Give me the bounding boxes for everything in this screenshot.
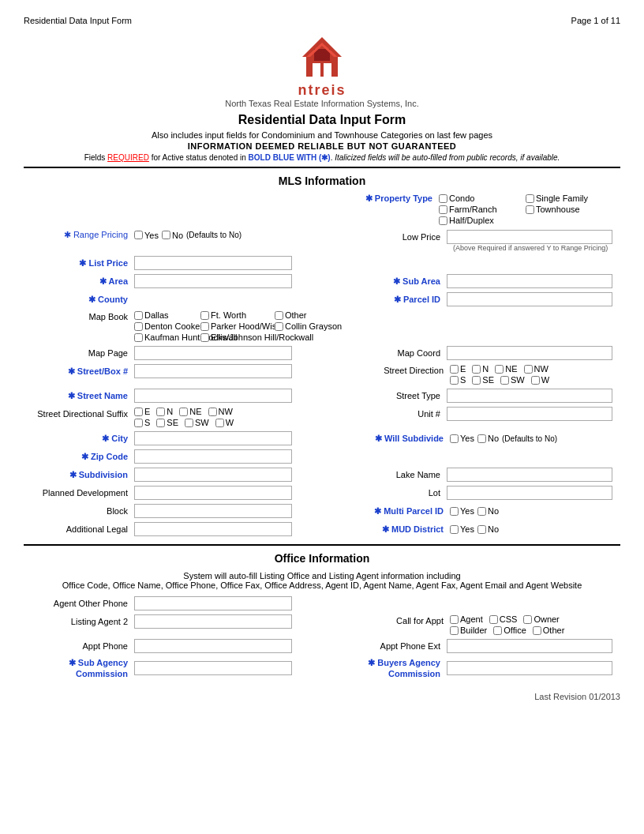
suf-s[interactable]: S — [134, 418, 150, 427]
parker-cb[interactable] — [200, 322, 209, 331]
call-agent[interactable]: Agent — [450, 614, 483, 624]
mapbook-ellis[interactable]: Ellis/Johnson Hill/Rockwall — [200, 332, 271, 342]
suf-w[interactable]: W — [215, 418, 234, 427]
mud-no[interactable]: No — [477, 524, 499, 534]
dir-sw-cb[interactable] — [500, 376, 509, 385]
suf-sw[interactable]: SW — [185, 418, 209, 427]
dir-s[interactable]: S — [450, 375, 466, 385]
planned-dev-input[interactable] — [134, 486, 292, 500]
map-coord-input[interactable] — [447, 346, 612, 360]
dir-n-cb[interactable] — [472, 365, 481, 374]
single-family-checkbox[interactable] — [526, 194, 534, 203]
dir-w-cb[interactable] — [531, 376, 540, 385]
suf-nw[interactable]: NW — [208, 407, 233, 416]
prop-townhouse[interactable]: Townhouse — [526, 205, 612, 214]
suf-ne-cb[interactable] — [179, 408, 188, 416]
suf-e-cb[interactable] — [134, 408, 143, 416]
dir-e-cb[interactable] — [450, 365, 459, 374]
area-input[interactable] — [134, 274, 292, 288]
mapbook-other[interactable]: Other — [275, 310, 330, 320]
call-css[interactable]: CSS — [489, 614, 518, 624]
dir-e[interactable]: E — [450, 364, 466, 374]
prop-farm-ranch[interactable]: Farm/Ranch — [439, 205, 526, 214]
subdiv-yes[interactable]: Yes — [450, 434, 474, 443]
range-yes[interactable]: Yes — [134, 231, 159, 240]
dir-sw[interactable]: SW — [500, 375, 525, 385]
call-css-cb[interactable] — [489, 615, 498, 624]
subdiv-no-cb[interactable] — [477, 434, 486, 443]
buyers-agency-input[interactable] — [447, 661, 612, 675]
zip-code-input[interactable] — [134, 449, 292, 464]
dir-w[interactable]: W — [531, 375, 549, 385]
call-builder[interactable]: Builder — [450, 626, 487, 635]
parcel-id-input[interactable] — [447, 292, 612, 306]
agent-other-phone-input[interactable] — [134, 596, 292, 610]
subdivision-input[interactable] — [134, 468, 292, 482]
mp-yes-cb[interactable] — [450, 507, 459, 516]
farm-ranch-checkbox[interactable] — [439, 205, 447, 214]
mud-yes[interactable]: Yes — [450, 524, 474, 534]
suf-e[interactable]: E — [134, 407, 150, 416]
mapbook-ftworth[interactable]: Ft. Worth — [200, 310, 271, 320]
low-price-input[interactable] — [447, 230, 612, 244]
mud-no-cb[interactable] — [477, 525, 486, 534]
appt-phone-ext-input[interactable] — [447, 639, 612, 653]
suf-w-cb[interactable] — [215, 419, 224, 427]
mapbook-parker[interactable]: Parker Hood/Wise — [200, 321, 271, 331]
sub-area-input[interactable] — [447, 274, 612, 288]
mud-yes-cb[interactable] — [450, 525, 459, 534]
mapbook-kaufman[interactable]: Kaufman Hunt Rockwall — [134, 332, 197, 342]
call-builder-cb[interactable] — [450, 626, 459, 635]
city-input[interactable] — [134, 431, 292, 445]
subdiv-yes-cb[interactable] — [450, 434, 459, 443]
half-duplex-checkbox[interactable] — [439, 216, 447, 225]
prop-condo[interactable]: Condo — [439, 193, 526, 203]
dallas-cb[interactable] — [134, 311, 143, 320]
call-other[interactable]: Other — [533, 626, 565, 635]
dir-nw-cb[interactable] — [524, 365, 533, 374]
block-input[interactable] — [134, 504, 292, 518]
unit-input[interactable] — [447, 407, 612, 421]
collin-cb[interactable] — [275, 322, 283, 331]
dir-ne[interactable]: NE — [495, 364, 517, 374]
street-box-input[interactable] — [134, 364, 292, 378]
list-price-input[interactable] — [134, 256, 292, 270]
prop-single-family[interactable]: Single Family — [526, 193, 612, 203]
denton-cb[interactable] — [134, 322, 143, 331]
suf-nw-cb[interactable] — [208, 408, 217, 416]
ftworth-cb[interactable] — [200, 311, 209, 320]
prop-half-duplex[interactable]: Half/Duplex — [439, 216, 526, 225]
suf-n[interactable]: N — [156, 407, 173, 416]
listing-agent2-input[interactable] — [134, 614, 292, 629]
map-page-input[interactable] — [134, 346, 292, 360]
townhouse-checkbox[interactable] — [526, 205, 534, 214]
suf-se-cb[interactable] — [156, 419, 165, 427]
mapbook-dallas[interactable]: Dallas — [134, 310, 197, 320]
subdiv-no[interactable]: No — [477, 434, 499, 443]
additional-legal-input[interactable] — [134, 522, 292, 536]
appt-phone-input[interactable] — [134, 639, 292, 653]
dir-s-cb[interactable] — [450, 376, 459, 385]
call-office-cb[interactable] — [493, 626, 502, 635]
dir-se-cb[interactable] — [472, 376, 481, 385]
suf-ne[interactable]: NE — [179, 407, 201, 416]
call-owner[interactable]: Owner — [523, 614, 559, 624]
mp-yes[interactable]: Yes — [450, 506, 474, 516]
call-owner-cb[interactable] — [523, 615, 532, 624]
street-name-input[interactable] — [134, 389, 292, 403]
condo-checkbox[interactable] — [439, 194, 447, 203]
lot-input[interactable] — [447, 486, 612, 500]
dir-n[interactable]: N — [472, 364, 489, 374]
call-other-cb[interactable] — [533, 626, 541, 635]
mp-no[interactable]: No — [477, 506, 499, 516]
ellis-cb[interactable] — [200, 333, 209, 342]
mp-no-cb[interactable] — [477, 507, 486, 516]
suf-sw-cb[interactable] — [185, 419, 193, 427]
street-type-input[interactable] — [447, 389, 612, 403]
dir-ne-cb[interactable] — [495, 365, 504, 374]
suf-n-cb[interactable] — [156, 408, 165, 416]
other-cb[interactable] — [275, 311, 283, 320]
range-no-checkbox[interactable] — [162, 231, 170, 239]
sub-agency-input[interactable] — [134, 661, 292, 675]
dir-se[interactable]: SE — [472, 375, 494, 385]
